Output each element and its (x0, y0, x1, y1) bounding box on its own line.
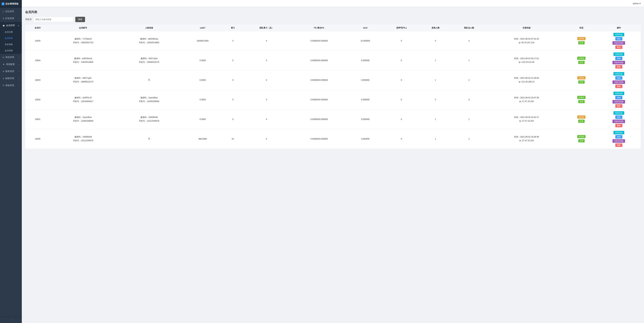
sidebar-item-mining[interactable]: ≡ 矿机管理 › (0, 15, 22, 22)
table-row: 10005 邀请码：TJ70ekoO 手机号：18502551753 邀请码：w… (25, 31, 641, 51)
chevron-right-icon: › (18, 70, 19, 72)
sidebar-item-member-list[interactable]: 会员列表 (0, 35, 22, 41)
sidebar-item-permission[interactable]: ≡ 权限管理 › (0, 75, 22, 82)
topbar: admin ▾ (22, 0, 644, 7)
search-bar: 手机号 搜索 (25, 17, 641, 22)
cell-reg: 时间：2021-06-02 20:42:17 ip: 27.47.10.244 (487, 110, 566, 129)
cell-id: 10004 (25, 51, 50, 70)
search-label: 手机号 (25, 18, 32, 21)
mining-icon: ≡ (3, 17, 4, 20)
sidebar-item-label: 财务管理 (5, 70, 14, 73)
sidebar-item-member-register[interactable]: 会员注册 (0, 29, 22, 35)
cell-fil: 0.000000/0.000000 (290, 70, 348, 90)
member-icon: ◉ (3, 24, 5, 27)
topbar-user: admin ▾ (633, 2, 641, 5)
member-table: 会员ID 会员账号 上级信息 USDT 算力 团队算力（总） FIL/锁仓FIL… (25, 25, 641, 149)
cell-hashrate: 0 (224, 31, 242, 51)
cell-usdt: 0.0000 (182, 110, 223, 129)
cell-pledge: 0 (383, 51, 420, 70)
cell-usdt: 0.0000 (182, 70, 223, 90)
member-submenu: 会员注册 会员列表 实名审核 会员等级 (0, 29, 22, 54)
delete-button[interactable]: 删除 (615, 45, 622, 49)
sidebar-item-real-name[interactable]: 实名审核 (0, 41, 22, 47)
finance-icon: ≡ (3, 70, 4, 73)
sidebar: 后台管理系统 ⌂ 后台首页 ≡ 矿机管理 › ◉ 会员管理 ∨ 会员注册 会员列… (0, 0, 22, 323)
sidebar-item-label: 审核管理 (5, 84, 14, 87)
cell-usdt: 0.0000 (182, 51, 223, 70)
sidebar-item-finance[interactable]: ≡ 财务管理 › (0, 68, 22, 75)
cell-team: 2 (451, 129, 487, 149)
view-flow-button[interactable]: 查看流程 (614, 52, 624, 56)
audit-icon: ≡ (3, 84, 4, 87)
cell-team-hashrate: 0 (242, 70, 290, 90)
col-pledge: 质押币(FIL) (383, 25, 420, 31)
cell-direct: 0 (420, 31, 451, 51)
edit-button[interactable]: 修改 (615, 96, 622, 99)
status-badge: 主实名 (577, 135, 586, 138)
cell-usdt: 200000.0000 (182, 31, 223, 51)
cell-xch: 0.000000 (348, 129, 383, 149)
sidebar-item-member[interactable]: ◉ 会员管理 ∨ (0, 22, 22, 29)
view-flow-button[interactable]: 查看流程 (614, 111, 624, 115)
col-status: 状态 (566, 25, 597, 31)
sidebar-item-audit[interactable]: ≡ 审核管理 › (0, 82, 22, 89)
cell-direct: 1 (420, 51, 451, 70)
cell-superior: 邀请码：006Y1p0c手机号：18948310170 (116, 51, 182, 70)
status-badge: 未实名 (577, 115, 586, 119)
delete-button[interactable]: 删除 (615, 124, 622, 127)
edit-button[interactable]: 修改 (615, 37, 622, 40)
edit-button[interactable]: 修改 (615, 76, 622, 80)
edit-button[interactable]: 修改 (615, 115, 622, 119)
cell-fil: 0.000000/0.000000 (290, 110, 348, 129)
cell-team-hashrate: 0 (242, 51, 290, 70)
cell-team: 0 (451, 90, 487, 110)
recharge-button[interactable]: 充值与扣除 (612, 41, 625, 45)
search-input[interactable] (33, 17, 74, 22)
view-flow-button[interactable]: 查看流程 (614, 131, 624, 134)
view-flow-button[interactable]: 查看流程 (614, 33, 624, 36)
view-flow-button[interactable]: 查看流程 (614, 72, 624, 75)
cell-xch: 0.000000 (348, 51, 383, 70)
cell-actions: 查看流程 修改 充值与扣除 删除 (597, 129, 641, 149)
recharge-button[interactable]: 充值与扣除 (612, 80, 625, 84)
sidebar-logo: 后台管理系统 (0, 0, 22, 8)
cell-status: 未实名 正常 (566, 110, 597, 129)
sidebar-item-home[interactable]: ⌂ 后台首页 (0, 8, 22, 15)
sidebar-collapse-button[interactable]: 〈 (0, 317, 22, 323)
sidebar-item-member-level[interactable]: 会员等级 (0, 47, 22, 54)
col-fil: FIL/锁仓FIL (290, 25, 348, 31)
cell-xch: 0.000000 (348, 90, 383, 110)
delete-button[interactable]: 删除 (615, 65, 622, 68)
col-account: 会员账号 (50, 25, 116, 31)
view-flow-button[interactable]: 查看流程 (614, 92, 624, 95)
edit-button[interactable]: 修改 (615, 135, 622, 139)
cell-actions: 查看流程 修改 充值与扣除 删除 (597, 51, 641, 70)
cell-superior: 无 (116, 70, 182, 90)
cell-id: 10005 (25, 31, 50, 51)
recharge-button[interactable]: 充值与扣除 (612, 61, 625, 64)
chevron-down-icon: ∨ (18, 25, 19, 26)
cell-hashrate: 0 (224, 110, 242, 129)
recharge-button[interactable]: 充值与扣除 (612, 139, 625, 143)
cell-team: 2 (451, 70, 487, 90)
edit-button[interactable]: 修改 (615, 57, 622, 60)
table-row: 10000 邀请码：1WIdPkd9 手机号：13212345678 无 688… (25, 129, 641, 149)
cell-team-hashrate: 0 (242, 90, 290, 110)
recharge-button[interactable]: 充值与扣除 (612, 120, 625, 123)
chevron-right-icon: › (18, 17, 19, 19)
recharge-button[interactable]: 充值与扣除 (612, 100, 625, 103)
cell-account: 邀请码：TJ70ekoO 手机号：18502551753 (50, 31, 116, 51)
sidebar-item-info[interactable]: ≡ 资讯管理 › (0, 54, 22, 61)
cell-status: 主实名 正常 (566, 51, 597, 70)
cell-account: 邀请码：006Y1p0c 手机号：18948310170 (50, 70, 116, 90)
delete-button[interactable]: 删除 (615, 104, 622, 108)
cell-pledge: 0 (383, 70, 420, 90)
delete-button[interactable]: 删除 (615, 143, 622, 147)
search-button[interactable]: 搜索 (75, 17, 85, 22)
sidebar-item-system[interactable]: ✦ 系统配置 › (0, 61, 22, 68)
chevron-right-icon: › (18, 63, 19, 65)
info-icon: ≡ (3, 56, 4, 59)
table-row: 10001 邀请码：2aa1dEee 手机号：13265339084 邀请码：1… (25, 110, 641, 129)
content: 会员列表 手机号 搜索 会员ID 会员账号 上级信息 USDT 算力 团队算力（… (22, 7, 644, 323)
delete-button[interactable]: 删除 (615, 85, 622, 88)
